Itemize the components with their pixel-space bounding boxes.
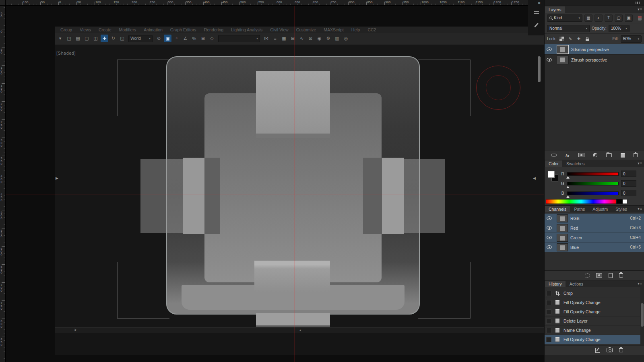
history-source-checkbox[interactable]: [546, 300, 551, 305]
align-icon[interactable]: ≡: [271, 35, 279, 42]
dock-grip-icon[interactable]: [636, 2, 640, 4]
add-mask-icon[interactable]: [578, 153, 584, 157]
canvas-area[interactable]: GroupViewsCreateModifiersAnimationGraph …: [6, 6, 544, 362]
reference-coordinate-dropdown[interactable]: World: [128, 35, 153, 42]
select-move-icon[interactable]: ✚: [101, 35, 108, 42]
select-scale-icon[interactable]: ◱: [118, 35, 126, 42]
delete-layer-icon[interactable]: [634, 153, 638, 157]
channels-tab-paths[interactable]: Paths: [570, 206, 588, 212]
lock-transparency-icon[interactable]: [559, 36, 565, 42]
channel-row-blue[interactable]: BlueCtrl+5: [545, 243, 644, 252]
statusbar-arrow[interactable]: >: [74, 328, 76, 332]
history-scrollbar[interactable]: [640, 287, 644, 345]
layer-visibility-toggle[interactable]: [545, 55, 554, 65]
layer-manager-icon[interactable]: ▦: [280, 35, 288, 42]
link-layers-icon[interactable]: [551, 154, 557, 156]
history-tab-actions[interactable]: Actions: [566, 281, 587, 287]
menu-item-cc2[interactable]: CC2: [367, 27, 376, 32]
guide-horizontal[interactable]: [6, 195, 544, 195]
menu-item-customize[interactable]: Customize: [296, 27, 316, 32]
pixel-layer-filter-icon[interactable]: ▦: [584, 14, 592, 22]
snap-toggle-3d-icon[interactable]: ³: [173, 35, 180, 42]
foreground-background-swatches[interactable]: [548, 171, 560, 183]
history-row[interactable]: Fill Opacity Change: [545, 298, 640, 307]
channel-value-field[interactable]: 0: [621, 171, 636, 177]
ruler-origin-corner[interactable]: [0, 0, 6, 6]
panel-menu-icon[interactable]: [638, 282, 642, 286]
layers-tab-layers[interactable]: Layers: [545, 6, 565, 13]
menu-item-lighting-analysis[interactable]: Lighting Analysis: [231, 27, 262, 32]
percent-snap-icon[interactable]: %: [190, 35, 198, 42]
collapse-panels-icon[interactable]: «: [538, 0, 540, 6]
opacity-dropdown[interactable]: 100%: [609, 25, 630, 32]
menu-item-help[interactable]: Help: [351, 27, 360, 32]
channel-value-field[interactable]: 0: [621, 180, 636, 187]
channels-tab-adjustm[interactable]: Adjustm: [589, 206, 611, 212]
ruler-left[interactable]: 5005010015020025030035040045050055060065…: [0, 0, 6, 362]
mirror-icon[interactable]: ⋈: [262, 35, 270, 42]
channel-row-red[interactable]: RedCtrl+3: [545, 223, 644, 233]
brush-presets-panel-icon[interactable]: [531, 20, 541, 30]
new-group-icon[interactable]: [606, 153, 612, 157]
window-crossing-icon[interactable]: ◫: [92, 35, 99, 42]
history-source-checkbox[interactable]: [546, 309, 551, 315]
slider-thumb[interactable]: [566, 186, 570, 188]
kind-filter-dropdown[interactable]: Kind: [547, 14, 582, 22]
history-scrollbar-thumb[interactable]: [641, 303, 644, 327]
use-pivot-center-icon[interactable]: ⊙: [155, 35, 163, 42]
new-layer-icon[interactable]: [621, 153, 625, 158]
viewport-left-arrow[interactable]: ▶: [56, 176, 58, 180]
color-slider-b[interactable]: [567, 191, 619, 195]
adjustment-layer-icon[interactable]: [593, 153, 597, 157]
slider-thumb[interactable]: [566, 176, 570, 179]
menu-item-group[interactable]: Group: [60, 27, 72, 32]
spinner-snap-icon[interactable]: ⊞: [199, 35, 207, 42]
render-icon[interactable]: ◎: [342, 35, 350, 42]
channel-visibility-toggle[interactable]: [545, 233, 554, 242]
save-selection-as-channel-icon[interactable]: [596, 273, 602, 278]
layer-thumbnail[interactable]: [557, 56, 568, 64]
channels-tab-channels[interactable]: Channels: [545, 206, 570, 212]
layer-style-icon[interactable]: [566, 152, 570, 159]
adjustment-layer-filter-icon[interactable]: ◐: [594, 14, 603, 22]
type-layer-filter-icon[interactable]: T: [605, 14, 613, 22]
blend-mode-dropdown[interactable]: Normal: [547, 25, 590, 32]
menu-item-graph-editors[interactable]: Graph Editors: [170, 27, 196, 32]
history-source-checkbox[interactable]: [546, 291, 551, 296]
layer-thumbnail[interactable]: [557, 45, 568, 53]
spectrum-black-chip[interactable]: [617, 199, 622, 204]
channel-row-rgb[interactable]: RGBCtrl+2: [545, 214, 644, 223]
spectrum-white-chip[interactable]: [622, 199, 627, 204]
menu-item-rendering[interactable]: Rendering: [204, 27, 223, 32]
layer-row[interactable]: Zbrush perspective: [545, 55, 644, 65]
lock-position-icon[interactable]: ✚: [576, 36, 582, 42]
layer-visibility-toggle[interactable]: [545, 44, 554, 54]
lock-pixels-icon[interactable]: ✎: [567, 36, 574, 42]
channel-row-green[interactable]: GreenCtrl+4: [545, 233, 644, 243]
color-tab-swatches[interactable]: Swatches: [563, 160, 588, 167]
named-selection-dropdown[interactable]: [218, 35, 260, 42]
guide-vertical[interactable]: [295, 6, 295, 362]
schematic-view-icon[interactable]: ⊡: [307, 35, 314, 42]
delete-state-icon[interactable]: [619, 348, 623, 352]
rendered-frame-icon[interactable]: ▥: [333, 35, 341, 42]
color-slider-g[interactable]: [567, 182, 619, 185]
viewport-right-arrow[interactable]: ◀: [533, 176, 536, 180]
fill-dropdown[interactable]: 50%: [621, 35, 642, 43]
layer-row[interactable]: 3dsmax perspective: [545, 44, 644, 55]
smart-object-filter-icon[interactable]: ▣: [625, 14, 633, 22]
graphite-ribbon-icon[interactable]: ⊟: [289, 35, 297, 42]
rect-select-region-icon[interactable]: ▢: [83, 35, 91, 42]
new-document-from-state-icon[interactable]: [595, 348, 600, 353]
select-rotate-icon[interactable]: ↻: [109, 35, 117, 42]
panel-menu-icon[interactable]: [638, 161, 642, 165]
edit-named-selection-icon[interactable]: ◇: [208, 35, 216, 42]
menu-item-create[interactable]: Create: [99, 27, 111, 32]
history-source-checkbox[interactable]: [546, 337, 551, 342]
layer-filter-toggle-icon[interactable]: [638, 16, 642, 21]
canvas-scrollbar-thumb[interactable]: [538, 56, 541, 82]
curve-editor-icon[interactable]: ∿: [298, 35, 305, 42]
history-source-checkbox[interactable]: [546, 328, 551, 333]
menu-item-views[interactable]: Views: [80, 27, 91, 32]
foreground-color-swatch[interactable]: [548, 171, 555, 178]
